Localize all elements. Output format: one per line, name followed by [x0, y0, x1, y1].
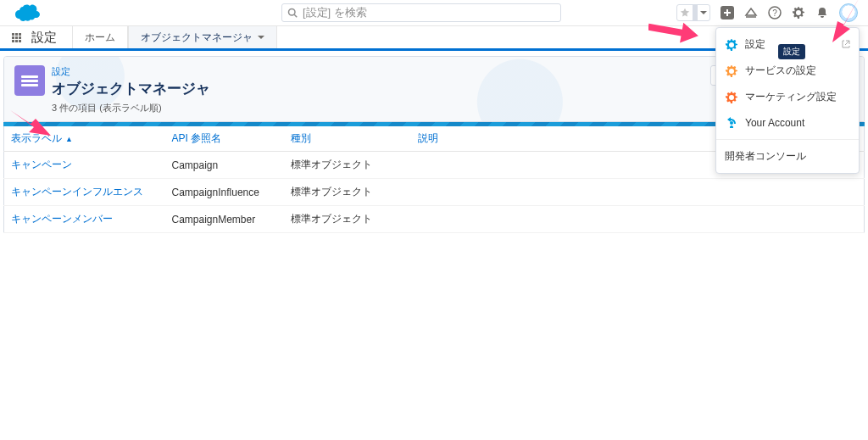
svg-line-1	[294, 14, 297, 17]
menu-item-label: サービスの設定	[745, 64, 816, 78]
setup-tooltip: 設定	[778, 44, 805, 59]
menu-item-your-account[interactable]: Your Account	[716, 110, 859, 136]
open-new-icon	[842, 39, 850, 51]
global-search-input[interactable]: [設定] を検索	[281, 3, 561, 22]
menu-item-label: 開発者コンソール	[725, 149, 806, 164]
chevron-down-icon	[698, 9, 709, 16]
setup-gear-icon[interactable]	[792, 6, 805, 19]
object-desc	[411, 179, 865, 206]
object-api: Campaign	[165, 152, 284, 179]
object-desc	[411, 206, 865, 233]
col-type[interactable]: 種別	[284, 126, 411, 152]
favorites-button[interactable]	[676, 4, 710, 21]
tab-home[interactable]: ホーム	[72, 26, 128, 48]
gear-icon	[725, 91, 738, 104]
tab-object-manager[interactable]: オブジェクトマネージャ	[128, 26, 277, 48]
page-subtitle: 3 件の項目 (表示ラベル順)	[52, 102, 210, 114]
account-icon	[725, 116, 738, 130]
guidance-center-icon[interactable]	[744, 6, 758, 19]
menu-item-label: Your Account	[745, 117, 804, 129]
star-icon	[677, 8, 693, 18]
page-title: オブジェクトマネージャ	[52, 79, 210, 98]
menu-item-marketing-setup[interactable]: マーケティング設定	[716, 84, 859, 110]
search-icon	[287, 8, 298, 18]
header-actions: ?	[676, 3, 858, 22]
table-row: キャンペーンメンバー CampaignMember 標準オブジェクト	[4, 206, 865, 233]
gear-icon	[725, 38, 738, 52]
object-api: CampaignInfluence	[165, 179, 284, 206]
menu-item-label: マーケティング設定	[745, 90, 837, 104]
chevron-down-icon	[258, 34, 264, 41]
page-eyebrow: 設定	[52, 65, 210, 78]
global-header: [設定] を検索 ?	[0, 0, 868, 25]
menu-item-label: 設定	[745, 37, 765, 52]
gear-icon	[725, 64, 738, 78]
col-label[interactable]: 表示ラベル▲	[4, 126, 165, 152]
notifications-bell-icon[interactable]	[815, 6, 829, 19]
object-type: 標準オブジェクト	[284, 152, 411, 179]
app-launcher-icon[interactable]	[12, 33, 21, 42]
help-icon[interactable]: ?	[768, 6, 782, 19]
user-avatar[interactable]	[839, 3, 858, 22]
table-row: キャンペーンインフルエンス CampaignInfluence 標準オブジェクト	[4, 179, 865, 206]
salesforce-logo[interactable]	[10, 2, 44, 24]
object-manager-icon	[14, 65, 45, 96]
svg-text:?: ?	[772, 8, 777, 18]
menu-item-service-setup[interactable]: サービスの設定	[716, 58, 859, 84]
object-type: 標準オブジェクト	[284, 206, 411, 233]
object-link[interactable]: キャンペーンメンバー	[4, 206, 165, 233]
object-api: CampaignMember	[165, 206, 284, 233]
global-actions-button[interactable]	[721, 6, 734, 19]
app-name: 設定	[31, 30, 57, 46]
object-type: 標準オブジェクト	[284, 179, 411, 206]
menu-item-dev-console[interactable]: 開発者コンソール	[716, 143, 859, 170]
svg-point-0	[289, 9, 296, 16]
global-search-placeholder: [設定] を検索	[303, 5, 367, 20]
object-link[interactable]: キャンペーン	[4, 152, 165, 179]
col-api[interactable]: API 参照名	[165, 126, 284, 152]
sort-asc-icon: ▲	[65, 135, 73, 143]
object-link[interactable]: キャンペーンインフルエンス	[4, 179, 165, 206]
